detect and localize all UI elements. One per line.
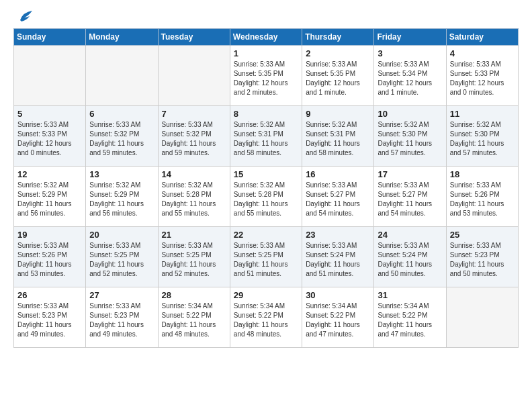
weekday-header-wednesday: Wednesday [230, 29, 302, 46]
calendar-cell: 21Sunrise: 5:33 AMSunset: 5:25 PMDayligh… [158, 227, 230, 287]
calendar-cell: 5Sunrise: 5:33 AMSunset: 5:33 PMDaylight… [14, 106, 86, 167]
day-number: 1 [234, 48, 298, 58]
weekday-header-row: SundayMondayTuesdayWednesdayThursdayFrid… [14, 29, 519, 46]
day-number: 17 [378, 169, 442, 179]
day-number: 29 [234, 290, 298, 300]
calendar-cell: 29Sunrise: 5:34 AMSunset: 5:22 PMDayligh… [230, 287, 302, 348]
day-info: Sunrise: 5:33 AMSunset: 5:23 PMDaylight:… [89, 302, 154, 339]
calendar-cell: 31Sunrise: 5:34 AMSunset: 5:22 PMDayligh… [374, 287, 446, 348]
calendar-cell [86, 46, 158, 106]
day-info: Sunrise: 5:33 AMSunset: 5:32 PMDaylight:… [89, 120, 154, 158]
calendar-cell: 25Sunrise: 5:33 AMSunset: 5:23 PMDayligh… [446, 227, 518, 287]
weekday-header-tuesday: Tuesday [158, 29, 230, 46]
day-number: 12 [17, 169, 82, 179]
day-info: Sunrise: 5:33 AMSunset: 5:24 PMDaylight:… [378, 241, 442, 279]
day-info: Sunrise: 5:32 AMSunset: 5:28 PMDaylight:… [162, 181, 226, 218]
calendar-cell: 11Sunrise: 5:32 AMSunset: 5:30 PMDayligh… [446, 106, 518, 167]
calendar-week-row: 5Sunrise: 5:33 AMSunset: 5:33 PMDaylight… [14, 106, 519, 167]
page: SundayMondayTuesdayWednesdayThursdayFrid… [0, 0, 532, 359]
day-info: Sunrise: 5:32 AMSunset: 5:29 PMDaylight:… [17, 181, 82, 218]
day-info: Sunrise: 5:32 AMSunset: 5:31 PMDaylight:… [234, 120, 298, 158]
calendar-cell: 12Sunrise: 5:32 AMSunset: 5:29 PMDayligh… [14, 167, 86, 227]
day-number: 28 [162, 290, 226, 300]
calendar-cell: 23Sunrise: 5:33 AMSunset: 5:24 PMDayligh… [302, 227, 374, 287]
calendar-week-row: 19Sunrise: 5:33 AMSunset: 5:26 PMDayligh… [14, 227, 519, 287]
day-info: Sunrise: 5:33 AMSunset: 5:27 PMDaylight:… [378, 181, 442, 218]
day-number: 11 [450, 109, 515, 119]
calendar-cell: 19Sunrise: 5:33 AMSunset: 5:26 PMDayligh… [14, 227, 86, 287]
day-number: 18 [450, 169, 515, 179]
day-number: 31 [378, 290, 442, 300]
day-number: 7 [162, 109, 226, 119]
day-info: Sunrise: 5:33 AMSunset: 5:25 PMDaylight:… [234, 241, 298, 279]
day-number: 19 [17, 230, 82, 240]
day-info: Sunrise: 5:33 AMSunset: 5:26 PMDaylight:… [450, 181, 515, 218]
calendar-cell: 14Sunrise: 5:32 AMSunset: 5:28 PMDayligh… [158, 167, 230, 227]
calendar-cell: 26Sunrise: 5:33 AMSunset: 5:23 PMDayligh… [14, 287, 86, 348]
day-info: Sunrise: 5:33 AMSunset: 5:23 PMDaylight:… [450, 241, 515, 279]
day-number: 9 [306, 109, 370, 119]
calendar-cell: 15Sunrise: 5:32 AMSunset: 5:28 PMDayligh… [230, 167, 302, 227]
day-number: 8 [234, 109, 298, 119]
weekday-header-thursday: Thursday [302, 29, 374, 46]
day-info: Sunrise: 5:32 AMSunset: 5:30 PMDaylight:… [378, 120, 442, 158]
calendar-cell: 16Sunrise: 5:33 AMSunset: 5:27 PMDayligh… [302, 167, 374, 227]
day-info: Sunrise: 5:33 AMSunset: 5:33 PMDaylight:… [450, 60, 515, 97]
calendar-cell: 18Sunrise: 5:33 AMSunset: 5:26 PMDayligh… [446, 167, 518, 227]
calendar-cell [158, 46, 230, 106]
day-info: Sunrise: 5:33 AMSunset: 5:27 PMDaylight:… [306, 181, 370, 218]
day-number: 22 [234, 230, 298, 240]
calendar-cell: 3Sunrise: 5:33 AMSunset: 5:34 PMDaylight… [374, 46, 446, 106]
day-info: Sunrise: 5:33 AMSunset: 5:35 PMDaylight:… [306, 60, 370, 97]
day-number: 26 [17, 290, 82, 300]
calendar-cell: 8Sunrise: 5:32 AMSunset: 5:31 PMDaylight… [230, 106, 302, 167]
calendar-cell: 17Sunrise: 5:33 AMSunset: 5:27 PMDayligh… [374, 167, 446, 227]
calendar-week-row: 1Sunrise: 5:33 AMSunset: 5:35 PMDaylight… [14, 46, 519, 106]
day-info: Sunrise: 5:33 AMSunset: 5:25 PMDaylight:… [162, 241, 226, 279]
day-number: 13 [89, 169, 154, 179]
calendar-cell: 1Sunrise: 5:33 AMSunset: 5:35 PMDaylight… [230, 46, 302, 106]
calendar-cell: 9Sunrise: 5:32 AMSunset: 5:31 PMDaylight… [302, 106, 374, 167]
day-number: 23 [306, 230, 370, 240]
day-number: 2 [306, 48, 370, 58]
day-info: Sunrise: 5:34 AMSunset: 5:22 PMDaylight:… [162, 302, 226, 339]
day-number: 25 [450, 230, 515, 240]
calendar-table: SundayMondayTuesdayWednesdayThursdayFrid… [13, 28, 519, 348]
day-number: 24 [378, 230, 442, 240]
day-info: Sunrise: 5:32 AMSunset: 5:30 PMDaylight:… [450, 120, 515, 158]
weekday-header-friday: Friday [374, 29, 446, 46]
day-info: Sunrise: 5:33 AMSunset: 5:35 PMDaylight:… [234, 60, 298, 97]
calendar-cell: 27Sunrise: 5:33 AMSunset: 5:23 PMDayligh… [86, 287, 158, 348]
weekday-header-sunday: Sunday [14, 29, 86, 46]
calendar-week-row: 26Sunrise: 5:33 AMSunset: 5:23 PMDayligh… [14, 287, 519, 348]
calendar-cell: 13Sunrise: 5:32 AMSunset: 5:29 PMDayligh… [86, 167, 158, 227]
day-number: 4 [450, 48, 515, 58]
day-number: 30 [306, 290, 370, 300]
calendar-cell [14, 46, 86, 106]
calendar-cell: 7Sunrise: 5:33 AMSunset: 5:32 PMDaylight… [158, 106, 230, 167]
day-info: Sunrise: 5:34 AMSunset: 5:22 PMDaylight:… [234, 302, 298, 339]
weekday-header-monday: Monday [86, 29, 158, 46]
day-info: Sunrise: 5:33 AMSunset: 5:26 PMDaylight:… [17, 241, 82, 279]
day-info: Sunrise: 5:34 AMSunset: 5:22 PMDaylight:… [306, 302, 370, 339]
day-number: 20 [89, 230, 154, 240]
day-info: Sunrise: 5:32 AMSunset: 5:31 PMDaylight:… [306, 120, 370, 158]
calendar-cell: 28Sunrise: 5:34 AMSunset: 5:22 PMDayligh… [158, 287, 230, 348]
day-number: 16 [306, 169, 370, 179]
day-number: 21 [162, 230, 226, 240]
day-info: Sunrise: 5:33 AMSunset: 5:34 PMDaylight:… [378, 60, 442, 97]
calendar-cell: 22Sunrise: 5:33 AMSunset: 5:25 PMDayligh… [230, 227, 302, 287]
day-number: 15 [234, 169, 298, 179]
calendar-cell: 4Sunrise: 5:33 AMSunset: 5:33 PMDaylight… [446, 46, 518, 106]
day-number: 6 [89, 109, 154, 119]
day-number: 27 [89, 290, 154, 300]
calendar-cell: 20Sunrise: 5:33 AMSunset: 5:25 PMDayligh… [86, 227, 158, 287]
day-info: Sunrise: 5:33 AMSunset: 5:32 PMDaylight:… [162, 120, 226, 158]
logo[interactable] [13, 11, 32, 21]
calendar-cell [446, 287, 518, 348]
day-info: Sunrise: 5:33 AMSunset: 5:25 PMDaylight:… [89, 241, 154, 279]
day-info: Sunrise: 5:32 AMSunset: 5:28 PMDaylight:… [234, 181, 298, 218]
logo-bird-icon [15, 11, 32, 23]
calendar-cell: 2Sunrise: 5:33 AMSunset: 5:35 PMDaylight… [302, 46, 374, 106]
calendar-cell: 30Sunrise: 5:34 AMSunset: 5:22 PMDayligh… [302, 287, 374, 348]
